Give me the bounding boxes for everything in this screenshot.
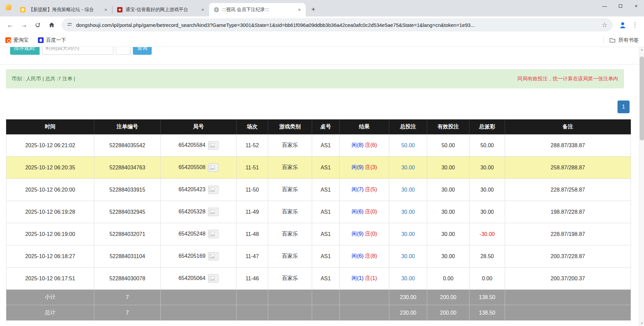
cell-time: 2025-10-12 06:21:02 [6, 134, 94, 157]
cell-time: 2025-10-12 06:19:00 [6, 223, 94, 245]
game-image-button[interactable] [208, 252, 218, 260]
cell-session: 11-52 [237, 134, 268, 157]
refresh-icon [35, 22, 41, 28]
refresh-button[interactable] [32, 19, 44, 31]
url-text[interactable]: dongshouji.com/ipl/portal.php/game/betre… [76, 22, 598, 28]
round-number: 654205584 [179, 142, 205, 148]
cell-total-bet-link[interactable]: 30.00 [389, 157, 427, 179]
cell-game-type: 百家乐 [268, 179, 312, 201]
table-header-row: 时间 注单编号 局号 场次 游戏类别 桌号 结果 总投注 有效投注 总派彩 备注 [6, 120, 631, 134]
cell-time: 2025-10-12 06:17:51 [6, 268, 94, 290]
game-image-button[interactable] [208, 230, 218, 238]
all-bookmarks[interactable]: 所有书签 [603, 37, 639, 43]
table-row: 2025-10-12 06:17:51522884030078654205064… [6, 268, 631, 290]
profile-avatar[interactable] [616, 19, 629, 31]
result-player: 闲(1) [352, 275, 364, 281]
table-row: 2025-10-12 06:20:00522884033915654205423… [6, 179, 631, 201]
result-player: 闲(7) [352, 187, 364, 192]
cell-session: 11-50 [237, 179, 268, 201]
game-image-button[interactable] [208, 274, 218, 283]
header-result: 结果 [340, 120, 389, 134]
cell-total-bet-link[interactable]: 30.00 [389, 179, 427, 201]
total-payout: 138.50 [469, 305, 505, 321]
scroll-down-icon[interactable]: ▼ [639, 322, 644, 325]
subtotal-empty-cell [268, 290, 312, 305]
home-button[interactable] [45, 19, 58, 31]
cell-payout: 30.00 [469, 201, 505, 223]
page-size-select[interactable] [116, 47, 131, 55]
total-empty-cell [237, 305, 268, 321]
cell-table-no: AS1 [312, 134, 340, 157]
cell-bet-id: 522884030078 [94, 268, 161, 290]
bookmark-aitaobao[interactable]: 爱淘宝 [5, 37, 29, 43]
cell-total-bet-link[interactable]: 30.00 [389, 223, 427, 245]
table-row: 2025-10-12 06:19:28522884032945654205328… [6, 201, 631, 223]
game-image-button[interactable] [208, 141, 218, 150]
site-settings-icon[interactable] [67, 22, 72, 29]
cell-total-bet-link[interactable]: 30.00 [389, 268, 427, 290]
forum-favicon-icon [20, 7, 26, 12]
sort-rule-select[interactable]: 时间(由大到小) [42, 47, 113, 55]
search-button[interactable]: 查询 [133, 47, 152, 55]
cell-total-bet-link[interactable]: 50.00 [389, 134, 427, 157]
result-banker: 庄(1) [365, 275, 377, 281]
round-number: 654205064 [179, 275, 205, 281]
page-scrollbar[interactable]: ▲ ▼ [639, 47, 644, 326]
new-tab-button[interactable]: + [309, 5, 318, 14]
all-bookmarks-label: 所有书签 [618, 37, 639, 43]
cell-table-no: AS1 [312, 157, 340, 179]
bookmark-baidu[interactable]: 百度一下 [38, 37, 66, 43]
game-image-button[interactable] [208, 186, 218, 194]
cell-game-type: 百家乐 [268, 268, 312, 290]
cell-total-bet-link[interactable]: 30.00 [389, 245, 427, 268]
round-number: 654205508 [179, 164, 205, 170]
round-number: 654205248 [179, 231, 205, 237]
header-total-bet: 总投注 [389, 120, 427, 134]
page-1-button[interactable]: 1 [617, 100, 630, 113]
tab-close-icon[interactable]: × [296, 7, 302, 13]
game-image-button[interactable] [208, 163, 218, 172]
sort-rule-label: 排序规则: [10, 47, 40, 55]
browser-logo-icon [5, 4, 11, 10]
tab-bet-records-active[interactable]: :::视讯 会员下注纪录::: × [209, 3, 306, 16]
cell-session: 11-48 [237, 223, 268, 245]
baidu-icon [38, 37, 44, 43]
bookmark-star-icon[interactable]: ☆ [602, 21, 607, 29]
forward-button[interactable]: → [18, 19, 30, 31]
subtotal-row: 小计 7 230.00 200.00 138.50 [6, 290, 631, 305]
cell-table-no: AS1 [312, 268, 340, 290]
cell-table-no: AS1 [312, 245, 340, 268]
maximize-button[interactable] [612, 0, 628, 12]
cell-game-type: 百家乐 [268, 223, 312, 245]
game-image-icon [209, 166, 215, 171]
total-count: 7 [94, 305, 161, 321]
tab-forum[interactable]: 【新提醒】海燕策略论坛 - 综合 × [15, 3, 112, 16]
header-session: 场次 [237, 120, 268, 134]
minimize-button[interactable]: — [597, 0, 612, 12]
summary-bar: 币别 : 人民币 | 总共 :7 注单 | 同局有效投注，统一计算在该局第一张注… [6, 69, 624, 88]
close-window-button[interactable]: × [628, 0, 644, 12]
cell-note: 200.37/228.87 [505, 245, 631, 268]
tab-close-icon[interactable]: × [200, 7, 206, 13]
result-banker: 庄(0) [365, 209, 377, 214]
browser-menu-icon[interactable]: ⋮ [630, 19, 640, 31]
currency-total-text: 币别 : 人民币 | 总共 :7 注单 | [12, 76, 75, 82]
tab-tongbao[interactable]: 通宝-信誉最好的网上游戏平台 × [112, 3, 209, 16]
subtotal-empty-cell [237, 290, 268, 305]
bet-records-table: 时间 注单编号 局号 场次 游戏类别 桌号 结果 总投注 有效投注 总派彩 备注… [6, 119, 631, 321]
cell-time: 2025-10-12 06:19:28 [6, 201, 94, 223]
result-player: 闲(8) [352, 142, 364, 148]
subtotal-empty-cell [505, 290, 631, 305]
back-button[interactable]: ← [4, 19, 16, 31]
scrollbar-thumb[interactable] [640, 56, 644, 140]
cell-note: 198.87/228.87 [505, 201, 631, 223]
cell-time: 2025-10-12 06:18:27 [6, 245, 94, 268]
cell-bet-id: 522884032945 [94, 201, 161, 223]
game-image-button[interactable] [208, 208, 218, 216]
cell-total-bet-link[interactable]: 30.00 [389, 201, 427, 223]
tab-close-icon[interactable]: × [103, 7, 109, 13]
cell-payout: -30.00 [469, 223, 505, 245]
address-bar[interactable]: dongshouji.com/ipl/portal.php/game/betre… [62, 18, 612, 31]
cell-note: 200.37/200.37 [505, 268, 631, 290]
scroll-up-icon[interactable]: ▲ [639, 48, 644, 51]
